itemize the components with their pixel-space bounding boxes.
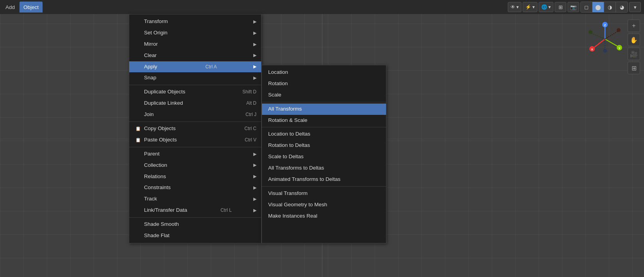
shortcut-duplicate-objects: Shift D — [231, 89, 256, 95]
menu-item-shade-smooth[interactable]: Shade Smooth — [129, 219, 261, 230]
gizmo-icon: 🌐 — [541, 4, 547, 10]
arrow-set-origin: ▶ — [253, 30, 256, 36]
menu-label-clear: Clear — [144, 52, 157, 59]
eye-icon: 👁 — [511, 4, 515, 10]
menu-label-link-transfer: Link/Transfer Data — [144, 207, 187, 214]
sub-menu-item-animated-transforms-deltas[interactable]: Animated Transforms to Deltas — [262, 174, 386, 185]
overlay-dropdown[interactable]: ⚡ ▾ — [523, 2, 537, 12]
menu-label-shade-flat: Shade Flat — [144, 232, 169, 239]
sub-label-location: Location — [268, 69, 288, 76]
sub-menu-item-location-deltas[interactable]: Location to Deltas — [262, 129, 386, 140]
menu-item-apply[interactable]: ApplyCtrl A▶ — [129, 61, 261, 73]
right-sidebar: + ✋ 🎥 ⊞ — [628, 20, 640, 74]
zoom-in-btn[interactable]: + — [628, 20, 640, 32]
secondary-menu: LocationRotationScaleAll TransformsRotat… — [262, 65, 386, 243]
menu-separator — [129, 85, 261, 85]
menu-label-set-origin: Set Origin — [144, 29, 167, 37]
solid-btn[interactable]: ⬤ — [592, 2, 604, 12]
sub-menu-item-scale-deltas[interactable]: Scale to Deltas — [262, 151, 386, 163]
top-menu-bar: Add Object — [0, 0, 44, 14]
svg-text:Z: Z — [604, 23, 606, 27]
sub-menu-item-scale[interactable]: Scale — [262, 89, 386, 101]
viewport-gizmo-dropdown[interactable]: 🌐 ▾ — [539, 2, 553, 12]
arrow-link-transfer: ▶ — [253, 207, 256, 213]
menu-label-snap: Snap — [144, 74, 157, 82]
menu-item-shade-flat[interactable]: Shade Flat — [129, 230, 261, 241]
menu-item-collection[interactable]: Collection▶ — [129, 160, 261, 171]
gizmo-widget[interactable]: Z Y X — [587, 21, 623, 57]
sub-label-animated-transforms-deltas: Animated Transforms to Deltas — [268, 176, 340, 183]
rendered-btn[interactable]: ◕ — [616, 2, 628, 12]
sub-menu-item-visual-transform[interactable]: Visual Transform — [262, 188, 386, 199]
quad-view-btn[interactable]: ⊞ — [555, 2, 566, 12]
sub-menu-separator — [262, 102, 386, 102]
menu-item-constraints[interactable]: Constraints▶ — [129, 182, 261, 193]
menu-item-copy-objects[interactable]: 📋Copy ObjectsCtrl C — [129, 123, 261, 134]
camera-view-btn[interactable]: 📷 — [568, 2, 579, 12]
paste-objects-icon: 📋 — [135, 137, 142, 143]
sub-label-rotation-scale: Rotation & Scale — [268, 117, 308, 124]
sub-label-location-deltas: Location to Deltas — [268, 130, 310, 138]
sub-menu-item-visual-geometry[interactable]: Visual Geometry to Mesh — [262, 199, 386, 211]
sub-menu-item-rotation[interactable]: Rotation — [262, 78, 386, 89]
menu-item-set-origin[interactable]: Set Origin▶ — [129, 27, 261, 39]
shortcut-paste-objects: Ctrl V — [233, 137, 256, 143]
overlay-icon: ⚡ — [525, 4, 531, 10]
material-btn[interactable]: ◑ — [604, 2, 616, 12]
more-btn[interactable]: ▾ — [629, 2, 641, 12]
arrow-mirror: ▶ — [253, 41, 256, 47]
menu-item-mirror[interactable]: Mirror▶ — [129, 39, 261, 50]
svg-text:Y: Y — [618, 46, 621, 50]
top-right-icons: 👁 ▾ ⚡ ▾ 🌐 ▾ ⊞ 📷 ◻ ⬤ ◑ ◕ ▾ — [508, 2, 641, 13]
menu-label-parent: Parent — [144, 150, 160, 158]
menu-item-clear[interactable]: Clear▶ — [129, 50, 261, 61]
sub-menu-item-location[interactable]: Location — [262, 67, 386, 78]
menu-item-link-transfer[interactable]: Link/Transfer DataCtrl L▶ — [129, 205, 261, 216]
shortcut-apply: Ctrl A — [194, 64, 217, 70]
menu-add[interactable]: Add — [2, 2, 19, 13]
menu-item-duplicate-objects[interactable]: Duplicate ObjectsShift D — [129, 86, 261, 98]
menu-item-duplicate-linked[interactable]: Duplicate LinkedAlt D — [129, 98, 261, 109]
menu-item-track[interactable]: Track▶ — [129, 193, 261, 205]
sub-label-visual-transform: Visual Transform — [268, 190, 308, 197]
menu-label-apply: Apply — [144, 63, 157, 71]
menu-object[interactable]: Object — [20, 2, 43, 13]
grid-btn[interactable]: ⊞ — [628, 62, 640, 74]
arrow-apply: ▶ — [253, 64, 256, 70]
menu-item-relations[interactable]: Relations▶ — [129, 171, 261, 182]
wireframe-btn[interactable]: ◻ — [581, 2, 592, 12]
svg-point-12 — [589, 30, 592, 34]
sub-menu-item-all-transforms[interactable]: All Transforms — [262, 104, 386, 115]
sub-menu-item-all-transforms-deltas[interactable]: All Transforms to Deltas — [262, 163, 386, 174]
sub-label-rotation-deltas: Rotation to Deltas — [268, 142, 310, 149]
svg-line-3 — [605, 39, 619, 47]
arrow-clear: ▶ — [253, 52, 256, 58]
arrow-track: ▶ — [253, 196, 256, 202]
primary-menu: Transform▶Set Origin▶Mirror▶Clear▶ApplyC… — [129, 14, 262, 243]
sub-label-all-transforms: All Transforms — [268, 105, 302, 113]
menu-label-copy-objects: Copy Objects — [144, 125, 176, 132]
sub-label-rotation: Rotation — [268, 80, 288, 88]
menu-label-collection: Collection — [144, 162, 167, 169]
menu-label-duplicate-objects: Duplicate Objects — [144, 88, 185, 96]
arrow-constraints: ▶ — [253, 185, 256, 191]
svg-line-11 — [591, 33, 605, 39]
pan-btn[interactable]: ✋ — [628, 34, 640, 46]
camera-btn[interactable]: 🎥 — [628, 48, 640, 60]
menu-container: Transform▶Set Origin▶Mirror▶Clear▶ApplyC… — [129, 14, 386, 243]
sub-menu-item-rotation-deltas[interactable]: Rotation to Deltas — [262, 140, 386, 151]
viewport-shading-dropdown[interactable]: 👁 ▾ — [508, 2, 521, 12]
menu-label-shade-smooth: Shade Smooth — [144, 221, 179, 228]
sub-menu-item-make-instances[interactable]: Make Instances Real — [262, 211, 386, 222]
menu-item-paste-objects[interactable]: 📋Paste ObjectsCtrl V — [129, 134, 261, 146]
sub-menu-item-rotation-scale[interactable]: Rotation & Scale — [262, 115, 386, 126]
menu-item-join[interactable]: JoinCtrl J — [129, 109, 261, 120]
menu-label-join: Join — [144, 111, 154, 118]
menu-item-snap[interactable]: Snap▶ — [129, 72, 261, 84]
menu-item-parent[interactable]: Parent▶ — [129, 148, 261, 160]
arrow-collection: ▶ — [253, 162, 256, 168]
sub-menu-separator — [262, 186, 386, 187]
sub-label-all-transforms-deltas: All Transforms to Deltas — [268, 164, 324, 172]
arrow-snap: ▶ — [253, 75, 256, 81]
menu-item-transform[interactable]: Transform▶ — [129, 16, 261, 27]
